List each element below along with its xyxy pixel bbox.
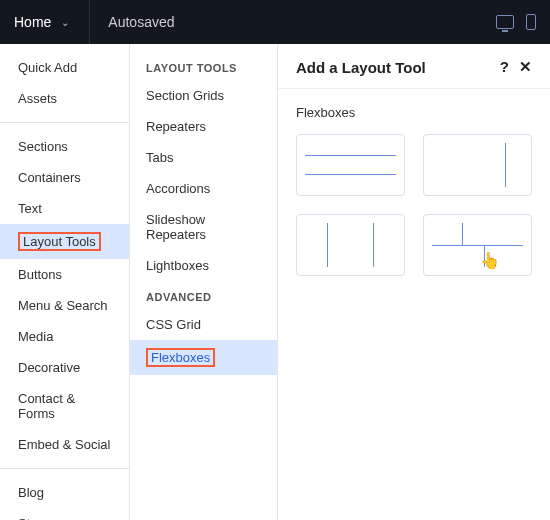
panel-title: Add a Layout Tool <box>296 59 426 76</box>
home-dropdown[interactable]: Home ⌄ <box>14 0 90 44</box>
submenu-item-flexboxes[interactable]: Flexboxes <box>130 340 277 375</box>
cursor-icon: 👆 <box>480 251 500 270</box>
flexbox-option-rows[interactable] <box>296 134 405 196</box>
sidebar-item-layout-tools[interactable]: Layout Tools <box>0 224 129 259</box>
submenu-item-tabs[interactable]: Tabs <box>130 142 277 173</box>
close-icon[interactable]: ✕ <box>519 58 532 76</box>
submenu-item-css-grid[interactable]: CSS Grid <box>130 309 277 340</box>
sidebar-item-embed-social[interactable]: Embed & Social <box>0 429 129 460</box>
section-title-flexboxes: Flexboxes <box>296 105 532 120</box>
layout-cards-grid: 👆 <box>296 134 532 276</box>
sidebar-item-store[interactable]: Store <box>0 508 129 520</box>
flexbox-option-mixed[interactable]: 👆 <box>423 214 532 276</box>
flexbox-option-columns[interactable] <box>296 214 405 276</box>
autosaved-status: Autosaved <box>108 14 174 30</box>
section-header-layout-tools: LAYOUT TOOLS <box>130 52 277 80</box>
mobile-view-icon[interactable] <box>526 14 536 30</box>
submenu-item-section-grids[interactable]: Section Grids <box>130 80 277 111</box>
submenu-item-slideshow-repeaters[interactable]: Slideshow Repeaters <box>130 204 277 250</box>
submenu-item-repeaters[interactable]: Repeaters <box>130 111 277 142</box>
primary-sidebar: Quick AddAssets SectionsContainersTextLa… <box>0 44 130 520</box>
main: Quick AddAssets SectionsContainersTextLa… <box>0 44 550 520</box>
sidebar-item-decorative[interactable]: Decorative <box>0 352 129 383</box>
chevron-down-icon: ⌄ <box>61 17 69 28</box>
sidebar-item-sections[interactable]: Sections <box>0 131 129 162</box>
flexbox-option-sidebar-right[interactable] <box>423 134 532 196</box>
home-label: Home <box>14 14 51 30</box>
details-panel: Add a Layout Tool ? ✕ Flexboxes 👆 <box>278 44 550 520</box>
secondary-sidebar: LAYOUT TOOLS Section GridsRepeatersTabsA… <box>130 44 278 520</box>
sidebar-item-blog[interactable]: Blog <box>0 477 129 508</box>
sidebar-item-buttons[interactable]: Buttons <box>0 259 129 290</box>
sidebar-item-menu-search[interactable]: Menu & Search <box>0 290 129 321</box>
section-header-advanced: ADVANCED <box>130 281 277 309</box>
desktop-view-icon[interactable] <box>496 15 514 29</box>
sidebar-item-text[interactable]: Text <box>0 193 129 224</box>
sidebar-item-contact-forms[interactable]: Contact & Forms <box>0 383 129 429</box>
submenu-item-lightboxes[interactable]: Lightboxes <box>130 250 277 281</box>
panel-header: Add a Layout Tool ? ✕ <box>278 44 550 89</box>
topbar: Home ⌄ Autosaved <box>0 0 550 44</box>
help-icon[interactable]: ? <box>500 58 509 76</box>
sidebar-item-containers[interactable]: Containers <box>0 162 129 193</box>
submenu-item-accordions[interactable]: Accordions <box>130 173 277 204</box>
sidebar-item-quick-add[interactable]: Quick Add <box>0 52 129 83</box>
sidebar-item-assets[interactable]: Assets <box>0 83 129 114</box>
sidebar-item-media[interactable]: Media <box>0 321 129 352</box>
